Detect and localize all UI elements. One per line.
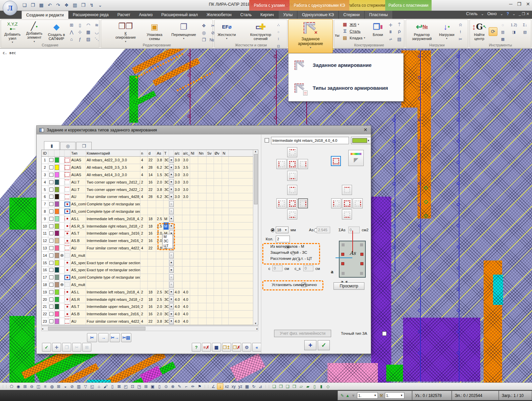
row-checkbox[interactable]: [48, 311, 54, 318]
pattern-right-button[interactable]: [298, 159, 308, 169]
t-type-option[interactable]: ЦТ: [163, 243, 173, 248]
view-cube-5[interactable]: ▱: [298, 383, 304, 390]
view-cube-3[interactable]: ❑: [284, 383, 291, 390]
copy-row-button[interactable]: ❐: [62, 343, 71, 352]
node-mesh-icon[interactable]: ⊹: [77, 29, 83, 35]
table-row[interactable]: 14 ⊕ AS_mult ▼: [42, 252, 254, 259]
axis-reset-icon[interactable]: ⊿: [257, 383, 264, 390]
node-flag-icon[interactable]: ⊠: [116, 383, 122, 390]
pattern-all-button[interactable]: [287, 159, 297, 169]
frame-gen-icon[interactable]: ⊞: [68, 22, 75, 28]
mirror-icon[interactable]: ◫: [35, 383, 42, 390]
springs-icon[interactable]: ⁘: [275, 29, 282, 35]
search-select-icon[interactable]: ◎: [201, 30, 207, 36]
corner-pattern-right-button[interactable]: [353, 198, 363, 208]
pencil-icon[interactable]: ✏: [190, 383, 196, 390]
row-checkbox[interactable]: [48, 274, 54, 281]
settings-button[interactable]: ⚙: [242, 343, 251, 352]
row-checkbox[interactable]: [48, 252, 54, 259]
building-gen-icon[interactable]: ⌂: [68, 36, 75, 42]
corner-pattern-bottom-button[interactable]: [342, 209, 352, 219]
table-row[interactable]: 3 AUAS All rebars_4d14_3.0_3.0 4 14 1.5 …: [42, 171, 254, 179]
erase-icon[interactable]: ⊘: [69, 383, 75, 390]
copy-button[interactable]: ❐❐ Копирование▾: [110, 21, 141, 42]
menu-item-assigned-reinforcement[interactable]: Заданное армирование: [289, 53, 403, 76]
dialog-tab-ring[interactable]: ◎: [60, 142, 76, 150]
dots-gen-icon[interactable]: ⋱: [93, 36, 100, 42]
cut-rows-button[interactable]: ✂: [87, 333, 97, 342]
table-horizontal-scrollbar[interactable]: ◂▸: [41, 326, 258, 331]
ribbon-tab[interactable]: Узлы: [279, 11, 297, 19]
row-checkbox[interactable]: [48, 193, 54, 200]
menu-item-assigned-reinforcement-types[interactable]: Типы заданного армирования: [289, 76, 403, 99]
help-menu[interactable]: ?: [506, 11, 509, 16]
table-row[interactable]: 4 AU.T Two corner upper rebars_2d12_3.0_…: [42, 178, 254, 186]
row-checkbox[interactable]: [48, 296, 54, 303]
ribbon-tab[interactable]: Анализ: [135, 11, 157, 19]
anchor-icon[interactable]: ⟟: [275, 36, 282, 42]
view-cube-7[interactable]: ▯: [311, 383, 318, 390]
find-center-button[interactable]: ↕G↖ Найти центр: [471, 21, 488, 42]
scheme-home-icon[interactable]: ⌂: [96, 383, 102, 390]
rotate-model-toggle[interactable]: ⟳: [489, 27, 497, 36]
hatch-gen-icon[interactable]: ▨: [85, 36, 92, 42]
mid-pattern-left-button[interactable]: [276, 198, 286, 208]
sep[interactable]: ▯: [109, 383, 116, 390]
function-surface-icon[interactable]: ƒ: [77, 36, 83, 42]
open-file-button[interactable]: ❐: [29, 1, 37, 9]
t-type-dropdown-button[interactable]: ▼: [169, 201, 174, 207]
paint-icon[interactable]: 🖌: [102, 383, 109, 390]
mode-combo[interactable]: 1.▼: [385, 392, 404, 399]
new-file-button[interactable]: ❏: [21, 1, 28, 9]
show-nodes-icon[interactable]: ◉: [15, 383, 21, 390]
context-tab-group[interactable]: Работа с одноузловыми КЭ: [290, 0, 349, 11]
weight-icon[interactable]: ⍾: [457, 22, 464, 28]
model-view-button[interactable]: ❖: [63, 1, 70, 9]
t-type-dropdown-button[interactable]: ▼: [169, 318, 174, 324]
context-tab-group[interactable]: Работа с узлами: [249, 0, 290, 11]
zh6-button[interactable]: ▦Ж/6▾: [342, 21, 365, 28]
sum-as-input[interactable]: 0: [348, 227, 360, 233]
numbering-icon[interactable]: 1.2): [511, 22, 517, 28]
import-file-button[interactable]: ❒↥: [222, 343, 231, 352]
t-type-dropdown-button[interactable]: ▼: [169, 260, 174, 266]
add-node-button[interactable]: X,Y,Z●─ Добавить узел▾: [2, 21, 23, 42]
surface-gen-icon[interactable]: ≋: [93, 22, 100, 28]
context-tab-group[interactable]: Работа со стержнями: [349, 0, 385, 11]
row-checkbox[interactable]: [48, 237, 54, 244]
rotate-view-icon[interactable]: ↻: [251, 383, 257, 390]
t-type-dropdown-button[interactable]: ▼: [169, 289, 174, 295]
color-scale-icon[interactable]: ▩: [499, 36, 506, 42]
sum-loads-icon[interactable]: Σ↓: [522, 22, 528, 28]
collapse-panel-button[interactable]: «: [252, 343, 261, 352]
diagram-icon[interactable]: ▥: [499, 29, 506, 35]
duplicate-icon[interactable]: ❐: [201, 37, 207, 43]
view-cube-9[interactable]: ◇: [325, 383, 331, 390]
mid-pattern-top-button[interactable]: [287, 185, 297, 195]
table-row[interactable]: 23 AU Four similar corner rebars_4d22_4.…: [42, 318, 254, 325]
exact-type-checkbox[interactable]: [382, 331, 387, 336]
type-color-combo[interactable]: ▼: [351, 137, 371, 144]
loadcase-combo[interactable]: 1.▼: [357, 392, 378, 399]
table-row[interactable]: 18 ⊕ AS_mult ▼: [42, 281, 254, 289]
ribbon-tab[interactable]: Кирпич: [256, 11, 278, 19]
row-checkbox[interactable]: [48, 164, 54, 171]
table-row[interactable]: 16 AS_spec Exact type of rectangular sec…: [42, 267, 254, 274]
apply-type-button[interactable]: ✓: [318, 340, 330, 350]
section-builder-button[interactable]: ▭✚ Конструктор сечений: [248, 21, 274, 42]
table-row[interactable]: 22 AS.B Intermediate lower rebars_2d16_4…: [42, 311, 254, 318]
table-row[interactable]: 19 AS.L Intermediate left rebars_2d18_4.…: [42, 288, 254, 296]
p-load-icon[interactable]: Ṗ: [396, 29, 403, 35]
pattern-perimeter-selected-button[interactable]: [331, 156, 341, 166]
row-checkbox[interactable]: [48, 171, 54, 178]
c-input[interactable]: 0: [272, 265, 282, 271]
row-checkbox[interactable]: [48, 288, 54, 295]
section-flag-icon[interactable]: ◳: [136, 383, 142, 390]
element-flag-icon[interactable]: ◰: [123, 383, 129, 390]
ribbon-tab[interactable]: Одноузловые КЭ: [298, 11, 338, 19]
table-row[interactable]: 8 AS_comb Complete type of rectangular s…: [42, 208, 254, 215]
row-checkbox[interactable]: [48, 157, 54, 164]
cut-row-button[interactable]: ✂: [72, 343, 81, 352]
add-type-button[interactable]: +: [304, 340, 316, 350]
halfsphere-icon[interactable]: ◒: [62, 383, 69, 390]
